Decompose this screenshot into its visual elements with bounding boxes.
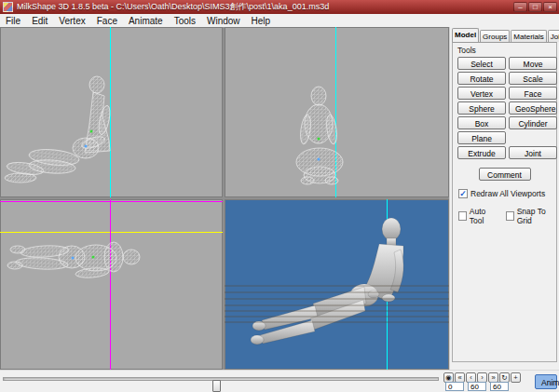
tab-joints[interactable]: Joints: [548, 30, 559, 42]
timeline-slider-thumb[interactable]: [212, 380, 221, 392]
snap-checkbox-row: Auto Tool Snap To Grid: [458, 207, 556, 225]
tab-model[interactable]: Model: [452, 28, 479, 42]
menu-item-tools[interactable]: Tools: [169, 15, 201, 27]
auto-tool-group: Auto Tool: [458, 207, 498, 225]
menu-item-help[interactable]: Help: [246, 15, 277, 27]
animation-bar: ◉ « ‹ › » ↻ + Anim: [0, 370, 559, 392]
frame-fields: [445, 382, 509, 391]
tools-label: Tools: [457, 46, 556, 55]
tool-button-grid: Select Move Rotate Scale Vertex Face Sph…: [453, 57, 556, 159]
close-button[interactable]: ×: [543, 2, 557, 12]
set-key-button[interactable]: +: [511, 372, 521, 383]
window-controls: – □ ×: [513, 2, 557, 12]
snap-to-grid-group: Snap To Grid: [506, 207, 556, 225]
wireframe-figure-front: [225, 27, 449, 197]
snap-to-grid-checkbox[interactable]: [506, 211, 514, 221]
wireframe-figure-top: [0, 199, 223, 370]
tool-button-plane[interactable]: Plane: [457, 131, 506, 144]
tool-button-select[interactable]: Select: [457, 57, 506, 70]
snap-to-grid-label: Snap To Grid: [517, 207, 556, 225]
window-title: MilkShape 3D 1.8.5 beta - C:\Users\Oath\…: [17, 1, 513, 13]
end-frame-field[interactable]: [468, 382, 486, 391]
total-frames-field[interactable]: [490, 382, 509, 391]
wireframe-figure-side: [0, 27, 223, 197]
tab-materials[interactable]: Materials: [511, 30, 546, 42]
current-frame-field[interactable]: [445, 382, 464, 391]
model-tab-page: Tools Select Move Rotate Scale Vertex Fa…: [452, 42, 557, 362]
redraw-all-viewports-label: Redraw All Viewports: [470, 189, 545, 198]
tool-button-cylinder[interactable]: Cylinder: [509, 116, 557, 129]
viewport-3d[interactable]: [225, 199, 449, 370]
viewport-top[interactable]: [0, 199, 223, 370]
panel-tabs: Model Groups Materials Joints: [450, 27, 559, 42]
comment-button[interactable]: Comment: [479, 168, 531, 181]
viewport-grid: [0, 27, 449, 370]
tool-button-scale[interactable]: Scale: [509, 72, 557, 85]
tab-groups[interactable]: Groups: [480, 30, 510, 42]
minimize-button[interactable]: –: [513, 2, 527, 12]
timeline-slider[interactable]: [3, 377, 439, 381]
viewport-side[interactable]: [0, 27, 223, 197]
redraw-all-viewports-checkbox[interactable]: ✓: [458, 189, 468, 198]
redraw-checkbox-row: ✓ Redraw All Viewports: [458, 189, 556, 198]
tool-button-extrude[interactable]: Extrude: [457, 146, 506, 159]
tool-button-joint[interactable]: Joint: [509, 146, 557, 159]
menu-item-window[interactable]: Window: [201, 15, 246, 27]
grid-spacer: [509, 131, 557, 144]
menu-item-face[interactable]: Face: [91, 15, 123, 27]
tool-button-box[interactable]: Box: [457, 116, 506, 129]
viewport-front[interactable]: [225, 27, 449, 197]
tool-button-move[interactable]: Move: [509, 57, 557, 70]
tool-button-face[interactable]: Face: [509, 87, 557, 100]
menu-bar: File Edit Vertex Face Animate Tools Wind…: [0, 14, 559, 28]
tool-button-geosphere[interactable]: GeoSphere: [509, 101, 557, 115]
maximize-button[interactable]: □: [528, 2, 542, 12]
auto-tool-checkbox[interactable]: [458, 211, 467, 221]
menu-item-edit[interactable]: Edit: [26, 15, 53, 27]
tool-button-rotate[interactable]: Rotate: [457, 72, 506, 85]
tool-panel: Model Groups Materials Joints Tools Sele…: [449, 27, 559, 370]
auto-tool-label: Auto Tool: [470, 207, 498, 225]
milkshape-app-icon: [3, 2, 13, 12]
window-titlebar: MilkShape 3D 1.8.5 beta - C:\Users\Oath\…: [0, 0, 559, 14]
menu-item-vertex[interactable]: Vertex: [53, 15, 90, 27]
menu-item-animate[interactable]: Animate: [123, 15, 169, 27]
shaded-model-3d: [225, 199, 449, 370]
menu-item-file[interactable]: File: [0, 15, 26, 27]
tool-button-sphere[interactable]: Sphere: [457, 101, 506, 115]
anim-toggle-button[interactable]: Anim: [535, 374, 557, 389]
tool-button-vertex[interactable]: Vertex: [457, 87, 506, 100]
